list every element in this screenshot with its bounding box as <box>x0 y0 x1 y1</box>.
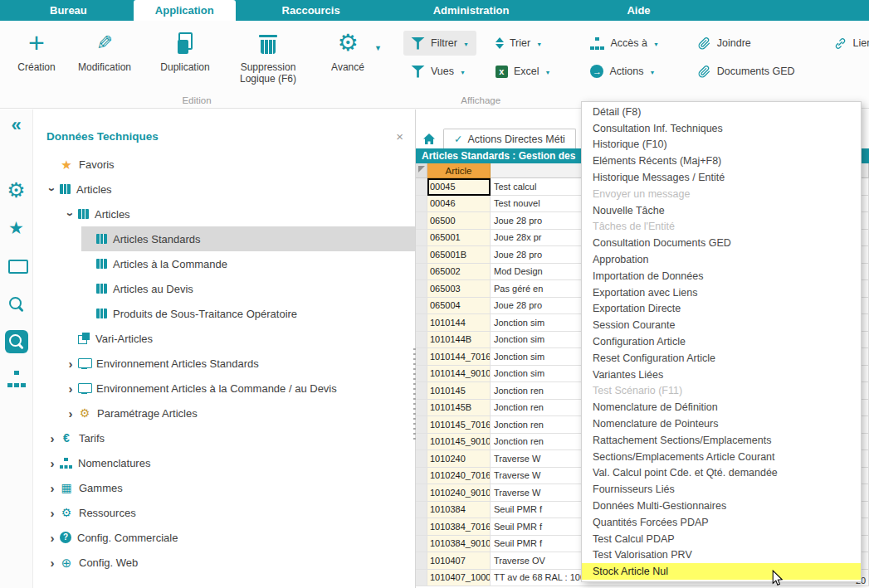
row-selector-cell[interactable] <box>416 332 427 349</box>
row-selector-cell[interactable] <box>416 502 427 519</box>
duplication-button[interactable]: Duplication <box>146 21 224 85</box>
menu-item-nomenclature-de-d-finition[interactable]: Nomenclature de Définition <box>582 399 861 415</box>
article-cell[interactable]: 1010145_9010_9 <box>427 434 491 451</box>
vues-button[interactable]: Vues <box>403 59 476 84</box>
chevron-right-icon[interactable]: › <box>63 382 78 395</box>
row-selector-cell[interactable] <box>416 518 427 536</box>
article-cell[interactable]: 1010144 <box>427 314 491 332</box>
row-selector-cell[interactable] <box>416 552 427 570</box>
tree-item-articles[interactable]: ›Articles <box>45 177 415 202</box>
menu-item-test-valorisation-prv[interactable]: Test Valorisation PRV <box>582 547 861 564</box>
documents-ged-button[interactable]: Documents GED <box>690 59 803 84</box>
panel-resize-handle[interactable] <box>413 348 416 440</box>
article-cell[interactable]: 1010384_9010_9 <box>427 536 491 553</box>
tree-item-param-trage-articles[interactable]: ›Paramétrage Articles <box>63 401 415 425</box>
tab-actions-directes[interactable]: ✓ Actions Directes Méti <box>443 129 576 148</box>
article-cell[interactable]: 1010145B <box>427 400 491 417</box>
close-icon[interactable]: × <box>396 129 403 143</box>
tree-item-ressources[interactable]: ›Ressources <box>45 500 415 525</box>
tree-item-favoris[interactable]: Favoris <box>45 152 415 177</box>
menu-item-donn-es-multi-gestionnaires[interactable]: Données Multi-Gestionnaires <box>582 498 861 514</box>
menu-tab-application[interactable]: Application <box>134 0 236 21</box>
menu-item-importation-de-donn-es[interactable]: Importation de Données <box>582 268 861 284</box>
row-selector-cell[interactable] <box>416 230 427 247</box>
menu-item-nouvelle-t-che[interactable]: Nouvelle Tâche <box>582 202 861 219</box>
advanced-search-button[interactable] <box>5 330 28 353</box>
chevron-down-icon[interactable] <box>544 66 550 77</box>
menu-tab-raccourcis[interactable]: Raccourcis <box>261 0 362 21</box>
search-button[interactable] <box>4 292 29 317</box>
menu-item-variantes-li-es[interactable]: Variantes Liées <box>582 367 861 383</box>
chevron-down-icon[interactable]: › <box>65 207 77 221</box>
article-cell[interactable]: 1010384 <box>427 502 491 519</box>
row-selector-cell[interactable] <box>416 400 427 417</box>
article-cell[interactable]: 1010384_7016_7 <box>427 518 491 536</box>
row-selector-cell[interactable] <box>416 382 427 400</box>
row-selector-cell[interactable] <box>416 450 427 468</box>
tree-item-config-web[interactable]: ›Config. Web <box>45 550 415 575</box>
row-selector-cell[interactable] <box>416 366 427 383</box>
row-selector-cell[interactable] <box>416 468 427 485</box>
menu-item-consultation-inf-techniques[interactable]: Consultation Inf. Techniques <box>582 120 861 137</box>
article-cell[interactable]: 1010144_7016_7 <box>427 348 491 366</box>
chevron-down-icon[interactable]: › <box>46 182 59 197</box>
menu-item-test-calcul-pdap[interactable]: Test Calcul PDAP <box>582 531 861 547</box>
favorites-button[interactable] <box>4 216 29 241</box>
article-cell[interactable]: 065004 <box>427 298 491 315</box>
menu-item-reset-configuration-article[interactable]: Reset Configuration Article <box>582 350 861 367</box>
menu-item-historique-messages-entit[interactable]: Historique Messages / Entité <box>582 169 861 186</box>
tree-item-produits-de-sous-traitance-op-ratoire[interactable]: Produits de Sous-Traitance Opératoire <box>81 301 415 326</box>
row-selector-cell[interactable] <box>416 484 427 502</box>
menu-item-approbation[interactable]: Approbation <box>582 251 861 268</box>
menu-tab-aide[interactable]: Aide <box>605 0 671 21</box>
row-selector-cell[interactable] <box>416 570 427 587</box>
chevron-right-icon[interactable]: › <box>45 432 60 445</box>
menu-item-d-tail-f8[interactable]: Détail (F8) <box>582 104 861 120</box>
tree-item-config-commerciale[interactable]: ›Config. Commerciale <box>45 525 415 550</box>
tree-item-environnement-articles-standards[interactable]: ›Environnement Articles Standards <box>63 351 415 376</box>
article-cell[interactable]: 1010240_7016_7 <box>427 468 491 485</box>
chevron-right-icon[interactable]: › <box>45 457 60 469</box>
chevron-right-icon[interactable]: › <box>45 507 60 519</box>
row-selector-cell[interactable] <box>416 212 427 230</box>
menu-item-exportation-avec-liens[interactable]: Exportation avec Liens <box>582 284 861 301</box>
article-cell[interactable]: 065002 <box>427 264 491 281</box>
article-cell[interactable]: 1010407_1000_1 <box>427 570 491 587</box>
settings-button[interactable] <box>4 177 29 202</box>
article-cell[interactable]: 00046 <box>427 196 491 213</box>
article-column-header[interactable]: Article <box>427 163 491 178</box>
row-selector-cell[interactable] <box>416 314 427 332</box>
navigation-button[interactable] <box>4 367 29 391</box>
tree-item-articles[interactable]: ›Articles <box>63 202 415 226</box>
tree-item-articles-standards[interactable]: Articles Standards <box>81 226 415 251</box>
row-selector-cell[interactable] <box>416 246 427 264</box>
actions-button[interactable]: Actions <box>583 59 666 84</box>
row-selector-cell[interactable] <box>416 348 427 366</box>
chevron-down-icon[interactable] <box>374 39 382 54</box>
tree-item-articles-au-devis[interactable]: Articles au Devis <box>81 276 415 301</box>
article-cell[interactable]: 1010240 <box>427 450 491 468</box>
row-selector-cell[interactable] <box>416 196 427 213</box>
menu-item-consultation-documents-ged[interactable]: Consultation Documents GED <box>582 235 861 251</box>
home-button[interactable] <box>422 133 436 145</box>
row-selector-cell[interactable] <box>416 416 427 434</box>
article-cell[interactable]: 06500 <box>427 212 491 230</box>
menu-item-exportation-directe[interactable]: Exportation Directe <box>582 301 861 318</box>
article-cell[interactable]: 1010144_9010_9 <box>427 366 491 383</box>
article-cell[interactable]: 1010145_7016_7 <box>427 416 491 434</box>
menu-item-quantit-s-forc-es-pdap[interactable]: Quantités Forcées PDAP <box>582 514 861 531</box>
menu-item-val-calcul-point-cde-et-qt-demand-e[interactable]: Val. Calcul point Cde. et Qté. demandée <box>582 465 861 482</box>
chevron-down-icon[interactable] <box>460 66 466 77</box>
row-selector-cell[interactable] <box>416 264 427 281</box>
tree-item-tarifs[interactable]: ›Tarifs <box>45 425 415 450</box>
tree-item-gammes[interactable]: ›Gammes <box>45 475 415 500</box>
chevron-right-icon[interactable]: › <box>63 357 78 370</box>
row-selector-cell[interactable] <box>416 178 427 196</box>
menu-item-sections-emplacements-article-courant[interactable]: Sections/Emplacements Article Courant <box>582 449 861 465</box>
row-selector-cell[interactable] <box>416 280 427 298</box>
menu-item-configuration-article[interactable]: Configuration Article <box>582 333 861 350</box>
menu-tab-administration[interactable]: Administration <box>412 0 531 21</box>
lien-button[interactable]: Lien <box>826 31 869 56</box>
desktop-button[interactable] <box>4 254 29 279</box>
creation-button[interactable]: Création <box>10 21 63 85</box>
